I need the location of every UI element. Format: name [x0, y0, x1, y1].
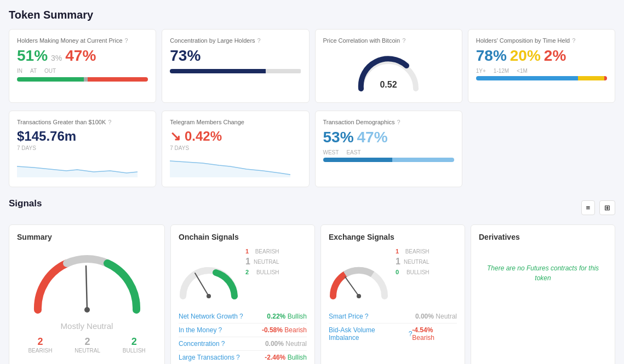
summary-bearish: 2 BEARISH: [28, 336, 52, 354]
onchain-row-in-money: In the Money ? -0.58% Bearish: [179, 323, 307, 337]
svg-marker-2: [170, 161, 290, 177]
concentration-value: 73%: [170, 47, 301, 65]
in-money-label[interactable]: In the Money ?: [179, 326, 222, 334]
telegram-value: ↘ 0.42%: [170, 129, 301, 144]
holders-labels: IN AT OUT: [17, 68, 148, 74]
comp-bar-1m: [604, 76, 607, 80]
telegram-label: 7 DAYS: [170, 145, 301, 151]
comp-bar-1y: [476, 76, 579, 80]
help-icon-smart-price[interactable]: ?: [365, 313, 369, 320]
comp-1m: 2%: [544, 47, 566, 65]
demographics-bar: [323, 158, 454, 162]
comp-bar-12m: [578, 76, 604, 80]
card-concentration: Concentration by Large Holders ? 73%: [162, 29, 309, 103]
onchain-row-concentration: Concentration ? 0.00% Neutral: [179, 337, 307, 351]
in-money-status: Bearish: [284, 326, 307, 334]
help-icon-in-money[interactable]: ?: [218, 326, 222, 334]
concentration-label[interactable]: Concentration ?: [179, 340, 225, 348]
composition-bar: [476, 76, 607, 80]
exchange-title: Exchange Signals: [329, 233, 457, 241]
signals-grid: Summary Mostly Neutral 2 BE: [9, 224, 615, 364]
holders-stat-row: 51% 3% 47%: [17, 47, 148, 65]
smart-price-status: Neutral: [436, 313, 457, 320]
grid-icon: ⊞: [604, 204, 610, 212]
card-price-correlation: Price Correlation with Bitcoin ? 0.52: [315, 29, 462, 103]
bid-ask-label[interactable]: Bid-Ask Volume Imbalance ?: [329, 326, 412, 342]
card-label-correlation: Price Correlation with Bitcoin ?: [323, 37, 454, 44]
card-transactions-100k: Transactions Greater than $100K ? $145.7…: [9, 111, 156, 187]
derivatives-title: Derivatives: [479, 233, 607, 241]
summary-status-label: Mostly Neutral: [17, 321, 157, 331]
summary-stats-row: 2 BEARISH 2 NEUTRAL 2 BULLISH: [17, 336, 157, 354]
in-money-value: -0.58%: [262, 326, 283, 334]
holders-bar: [17, 77, 148, 82]
help-icon-holders[interactable]: ?: [125, 37, 128, 44]
help-icon-composition[interactable]: ?: [572, 37, 575, 44]
help-icon-bid-ask[interactable]: ?: [409, 330, 413, 338]
transactions-label: 7 DAYS: [17, 145, 148, 151]
demo-bar-east: [392, 158, 454, 162]
card-label-holders: Holders Making Money at Current Price ?: [17, 37, 148, 44]
onchain-legend: 1 BEARISH 1 NEUTRAL 2 BULLISH: [245, 247, 279, 301]
svg-point-6: [207, 294, 211, 298]
list-view-button[interactable]: ≡: [581, 200, 596, 215]
signal-card-summary: Summary Mostly Neutral 2 BE: [9, 224, 165, 364]
help-icon-large-tx[interactable]: ?: [236, 354, 240, 361]
summary-card-grid: Holders Making Money at Current Price ? …: [9, 29, 615, 103]
onchain-gauge: [179, 247, 239, 303]
card-telegram-members: Telegram Members Change ↘ 0.42% 7 DAYS: [162, 111, 309, 187]
concentration-value: 0.00%: [265, 340, 284, 348]
correlation-gauge: 0.52: [323, 47, 454, 95]
derivatives-note: There are no Futures contracts for this …: [479, 247, 607, 299]
summary-gauge: [17, 247, 157, 318]
concentration-bar: [170, 69, 301, 73]
signal-card-exchange: Exchange Signals: [320, 224, 465, 364]
help-icon-concentration[interactable]: ?: [257, 37, 261, 44]
conc-bar-empty: [266, 69, 301, 73]
comp-1y: 78%: [476, 47, 507, 65]
page-title: Token Summary: [9, 9, 615, 21]
telegram-sparkline: [170, 155, 301, 179]
grid-view-button[interactable]: ⊞: [599, 200, 615, 215]
net-network-status: Bullish: [288, 313, 307, 320]
demo-west: 53%: [323, 129, 354, 146]
help-icon-correlation[interactable]: ?: [402, 37, 405, 44]
svg-point-8: [357, 294, 361, 298]
exchange-row-bid-ask: Bid-Ask Volume Imbalance ? -4.54% Bearis…: [329, 323, 457, 344]
bid-ask-value: -4.54%: [412, 326, 433, 334]
holders-at-pct: 3%: [51, 54, 62, 62]
empty-col: [468, 111, 615, 187]
holders-in-pct: 51%: [17, 47, 48, 65]
help-icon-transactions[interactable]: ?: [108, 119, 111, 125]
help-icon-concentration-signal[interactable]: ?: [221, 340, 225, 348]
summary-card-title: Summary: [17, 233, 157, 241]
bid-ask-status: Bearish: [412, 334, 434, 342]
smart-price-label[interactable]: Smart Price ?: [329, 313, 368, 320]
composition-labels: 1Y+ 1-12M <1M: [476, 68, 607, 74]
card-label-telegram: Telegram Members Change: [170, 119, 301, 125]
demo-east: 47%: [357, 129, 388, 146]
onchain-gauge-area: 1 BEARISH 1 NEUTRAL 2 BULLISH: [179, 247, 307, 303]
concentration-status: Neutral: [285, 340, 307, 348]
transactions-value: $145.76m: [17, 129, 148, 144]
card-holders-making-money: Holders Making Money at Current Price ? …: [9, 29, 156, 103]
page-container: Token Summary Holders Making Money at Cu…: [0, 0, 624, 364]
net-network-label[interactable]: Net Network Growth ?: [179, 313, 243, 320]
help-icon-demographics[interactable]: ?: [397, 119, 400, 125]
svg-point-4: [84, 307, 90, 313]
bar-in: [17, 77, 84, 82]
help-icon-net-network[interactable]: ?: [239, 313, 243, 320]
card-label-composition: Holders' Composition by Time Held ?: [476, 37, 607, 44]
card-label-demographics: Transaction Demographics ?: [323, 119, 454, 125]
smart-price-value: 0.00%: [415, 313, 434, 320]
exchange-gauge-area: 1 BEARISH 1 NEUTRAL 0 BULLISH: [329, 247, 457, 303]
large-tx-label[interactable]: Large Transactions ?: [179, 354, 240, 361]
summary-neutral: 2 NEUTRAL: [75, 336, 100, 354]
large-tx-status: Bullish: [288, 354, 307, 361]
bar-out: [88, 77, 148, 82]
signal-card-onchain: Onchain Signals 1: [170, 224, 315, 364]
demo-bar-west: [323, 158, 393, 162]
card-label-concentration: Concentration by Large Holders ?: [170, 37, 301, 44]
signals-toolbar: ≡ ⊞: [579, 200, 615, 215]
list-icon: ≡: [586, 204, 591, 212]
